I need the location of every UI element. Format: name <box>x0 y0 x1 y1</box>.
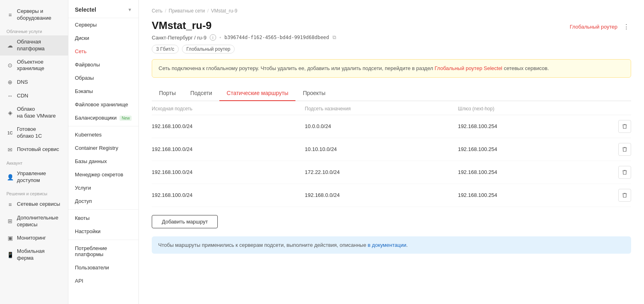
mid-item-secrets[interactable]: Менеджер секретов <box>68 168 138 181</box>
divider-3 <box>68 240 138 240</box>
table-header: Исходная подсеть Подсеть назначения Шлюз… <box>152 101 631 115</box>
mid-item-api[interactable]: API <box>68 274 138 287</box>
sidebar-item-dns[interactable]: ⊕ DNS <box>0 75 68 89</box>
sidebar-item-network-services[interactable]: ≡ Сетевые сервисы <box>0 198 68 211</box>
tag-global-router: Глобальный роутер <box>182 45 235 54</box>
row2-gateway: 192.168.100.254 <box>458 146 611 152</box>
row1-source: 192.168.100.0/24 <box>152 123 305 129</box>
sidebar-item-mobile-farm[interactable]: 📱 Мобильная ферма <box>0 245 68 265</box>
tags-container: 3 Гбит/с Глобальный роутер <box>152 45 631 54</box>
documentation-link[interactable]: в документации <box>368 242 407 248</box>
mid-item-backups[interactable]: Бэкапы <box>68 85 138 98</box>
account-label: Аккаунт <box>0 157 68 167</box>
tab-subnets[interactable]: Подсети <box>183 86 219 101</box>
sidebar-item-vmware[interactable]: ◈ Облакона базе VMware <box>0 103 68 123</box>
1c-icon: 1С <box>6 129 14 136</box>
header-actions: Глобальный роутер ⋮ <box>570 19 632 31</box>
tab-projects[interactable]: Проекты <box>295 86 332 101</box>
sidebar-item-cdn[interactable]: ↔ CDN <box>0 89 68 103</box>
mid-item-network[interactable]: Сеть <box>68 45 138 58</box>
mid-item-servers[interactable]: Серверы <box>68 18 138 31</box>
mid-item-services[interactable]: Услуги <box>68 181 138 194</box>
access-icon: 👤 <box>6 174 14 181</box>
sidebar-item-mail-label: Почтовый сервис <box>17 146 59 153</box>
alert-banner: Сеть подключена к глобальному роутеру. Ч… <box>152 59 631 78</box>
col-source: Исходная подсеть <box>152 106 305 112</box>
sidebar-item-mail[interactable]: ✉ Почтовый сервис <box>0 143 68 157</box>
breadcrumb-private-nets[interactable]: Приватные сети <box>169 8 205 14</box>
mid-item-balancers[interactable]: Балансировщики New <box>68 111 138 124</box>
divider-1 <box>68 126 138 126</box>
servers-icon: ≡ <box>6 11 14 19</box>
alert-text: Сеть подключена к глобальному роутеру. Ч… <box>159 65 435 71</box>
sidebar-item-object-label: Объектноехранилище <box>17 59 44 72</box>
row3-actions <box>611 166 631 179</box>
row3-destination: 172.22.10.0/24 <box>305 169 458 175</box>
tag-bandwidth: 3 Гбит/с <box>152 45 179 54</box>
alert-link[interactable]: Глобальный роутер Selectel <box>435 65 502 71</box>
info-icon[interactable]: i <box>210 34 216 41</box>
sidebar-item-vmware-label: Облакона базе VMware <box>17 106 56 120</box>
sidebar-item-cloud-platform[interactable]: ☁ Облачнаяплатформа <box>0 35 68 56</box>
mid-item-databases[interactable]: Базы данных <box>68 155 138 168</box>
mid-item-settings[interactable]: Настройки <box>68 225 138 238</box>
sidebar-item-object-storage[interactable]: ⊙ Объектноехранилище <box>0 56 68 76</box>
sidebar-item-servers[interactable]: ≡ Серверы и оборудование <box>0 5 68 25</box>
cdn-icon: ↔ <box>6 92 14 99</box>
sidebar-item-extra-services[interactable]: ⊞ Дополнительныесервисы <box>0 211 68 232</box>
sidebar-mid-header: Selectel ▼ <box>68 0 138 18</box>
col-destination: Подсеть назначения <box>305 106 458 112</box>
network-services-icon: ≡ <box>6 201 14 208</box>
sidebar-item-monitoring-label: Мониторинг <box>17 235 46 242</box>
sidebar-item-access-label: Управлениедоступом <box>17 170 46 184</box>
tab-ports[interactable]: Порты <box>152 86 183 101</box>
cloud-services-label: Облачные услуги <box>0 25 68 35</box>
delete-route-3-button[interactable] <box>618 166 631 179</box>
info-text-after: . <box>406 242 408 248</box>
location-text: Санкт-Петербург / ru-9 <box>152 35 206 41</box>
mid-item-kubernetes[interactable]: Kubernetes <box>68 128 138 141</box>
mid-item-file-storage[interactable]: Файловое хранилище <box>68 98 138 111</box>
breadcrumb-sep-1: / <box>165 8 166 14</box>
mid-item-access[interactable]: Доступ <box>68 194 138 208</box>
mid-item-images[interactable]: Образы <box>68 71 138 85</box>
table-row: 192.168.100.0/24 192.168.0.0/24 192.168.… <box>152 184 631 207</box>
more-menu-button[interactable]: ⋮ <box>621 22 631 31</box>
col-gateway: Шлюз (next-hop) <box>458 106 611 112</box>
info-text: Чтобы маршруты применились к серверам по… <box>158 242 368 248</box>
copy-uuid-icon[interactable]: ⧉ <box>332 34 336 41</box>
sidebar-item-access[interactable]: 👤 Управлениедоступом <box>0 167 68 187</box>
breadcrumb-current: VMstat_ru-9 <box>211 8 237 14</box>
sidebar-item-mobile-farm-label: Мобильная ферма <box>17 248 62 262</box>
table-row: 192.168.100.0/24 172.22.10.0/24 192.168.… <box>152 161 631 184</box>
row4-destination: 192.168.0.0/24 <box>305 192 458 198</box>
delete-route-4-button[interactable] <box>618 189 631 202</box>
page-header: VMstat_ru-9 Глобальный роутер ⋮ <box>152 19 631 32</box>
global-router-link[interactable]: Глобальный роутер <box>570 24 618 30</box>
extra-services-icon: ⊞ <box>6 218 14 225</box>
mid-item-users[interactable]: Пользователи <box>68 261 138 274</box>
row4-source: 192.168.100.0/24 <box>152 192 305 198</box>
mid-item-firewalls[interactable]: Файрволы <box>68 58 138 71</box>
col-actions <box>611 106 631 112</box>
mid-item-quotas[interactable]: Квоты <box>68 211 138 225</box>
monitoring-icon: ▣ <box>6 234 14 242</box>
sidebar-item-1c[interactable]: 1С Готовоеоблако 1С <box>0 123 68 143</box>
breadcrumb-network[interactable]: Сеть <box>152 8 163 14</box>
mid-item-platform-usage[interactable]: Потребление платформы <box>68 242 138 261</box>
mid-item-disks[interactable]: Диски <box>68 31 138 45</box>
meta-info: Санкт-Петербург / ru-9 i • b396744d-f162… <box>152 34 631 41</box>
mid-item-container-registry[interactable]: Container Registry <box>68 141 138 155</box>
uuid-text: b396744d-f162-4565-bd4d-9919d68dbeed <box>224 35 329 40</box>
sidebar-item-cloud-label: Облачнаяплатформа <box>17 39 45 52</box>
sidebar-item-servers-label: Серверы и оборудование <box>17 8 62 22</box>
dns-icon: ⊕ <box>6 79 14 86</box>
delete-route-2-button[interactable] <box>618 143 631 156</box>
sidebar-item-1c-label: Готовоеоблако 1С <box>17 126 42 140</box>
sidebar-item-monitoring[interactable]: ▣ Мониторинг <box>0 231 68 245</box>
new-badge: New <box>120 116 132 121</box>
tab-static-routes[interactable]: Статические маршруты <box>219 86 295 101</box>
chevron-down-icon: ▼ <box>128 7 132 12</box>
delete-route-1-button[interactable] <box>618 120 631 133</box>
add-route-button[interactable]: Добавить маршрут <box>152 215 218 228</box>
